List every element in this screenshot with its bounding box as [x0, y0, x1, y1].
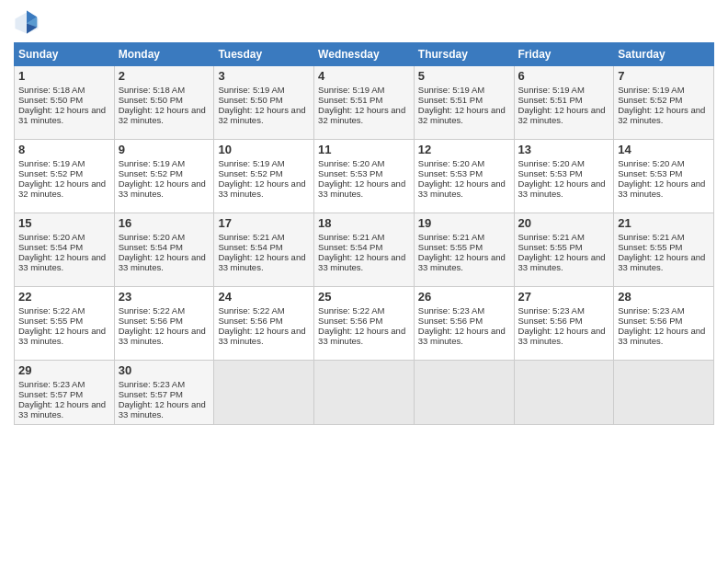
calendar-container: SundayMondayTuesdayWednesdayThursdayFrid…: [0, 0, 728, 434]
daylight-label: Daylight: 12 hours and 33 minutes.: [518, 178, 606, 199]
calendar-cell: 2Sunrise: 5:18 AMSunset: 5:50 PMDaylight…: [114, 66, 214, 140]
calendar-week-1: 1Sunrise: 5:18 AMSunset: 5:50 PMDaylight…: [15, 66, 714, 140]
day-number: 7: [618, 69, 710, 83]
day-header-sunday: Sunday: [15, 43, 115, 66]
sunrise-label: Sunrise: 5:19 AM: [418, 85, 484, 95]
day-number: 21: [618, 216, 710, 230]
sunrise-label: Sunrise: 5:22 AM: [318, 305, 384, 316]
daylight-label: Daylight: 12 hours and 32 minutes.: [618, 105, 705, 125]
sunset-label: Sunset: 5:56 PM: [119, 316, 183, 326]
day-header-monday: Monday: [114, 43, 214, 66]
daylight-label: Daylight: 12 hours and 33 minutes.: [318, 252, 405, 272]
sunrise-label: Sunrise: 5:23 AM: [418, 305, 484, 316]
day-number: 14: [618, 143, 710, 156]
calendar-cell: [614, 361, 714, 425]
daylight-label: Daylight: 12 hours and 33 minutes.: [119, 178, 206, 199]
day-number: 8: [18, 143, 110, 156]
sunset-label: Sunset: 5:50 PM: [119, 95, 183, 105]
sunrise-label: Sunrise: 5:21 AM: [518, 232, 585, 242]
sunset-label: Sunset: 5:51 PM: [318, 95, 382, 105]
calendar-cell: 10Sunrise: 5:19 AMSunset: 5:52 PMDayligh…: [214, 140, 314, 213]
sunrise-label: Sunrise: 5:20 AM: [119, 232, 185, 242]
calendar-cell: 8Sunrise: 5:19 AMSunset: 5:52 PMDaylight…: [15, 140, 115, 213]
sunrise-label: Sunrise: 5:21 AM: [318, 232, 384, 242]
calendar-cell: 21Sunrise: 5:21 AMSunset: 5:55 PMDayligh…: [614, 213, 714, 287]
calendar-cell: 4Sunrise: 5:19 AMSunset: 5:51 PMDaylight…: [314, 66, 415, 140]
sunset-label: Sunset: 5:52 PM: [119, 168, 183, 178]
sunrise-label: Sunrise: 5:19 AM: [518, 85, 585, 95]
calendar-cell: 17Sunrise: 5:21 AMSunset: 5:54 PMDayligh…: [214, 213, 314, 287]
sunrise-label: Sunrise: 5:23 AM: [618, 305, 684, 316]
daylight-label: Daylight: 12 hours and 32 minutes.: [218, 105, 305, 125]
sunset-label: Sunset: 5:54 PM: [119, 242, 183, 252]
daylight-label: Daylight: 12 hours and 33 minutes.: [518, 326, 606, 346]
daylight-label: Daylight: 12 hours and 33 minutes.: [418, 252, 506, 272]
logo-icon: [14, 9, 40, 35]
calendar-cell: [514, 361, 614, 425]
calendar-cell: 19Sunrise: 5:21 AMSunset: 5:55 PMDayligh…: [414, 213, 514, 287]
daylight-label: Daylight: 12 hours and 33 minutes.: [218, 252, 305, 272]
calendar-cell: 9Sunrise: 5:19 AMSunset: 5:52 PMDaylight…: [114, 140, 214, 213]
daylight-label: Daylight: 12 hours and 33 minutes.: [318, 178, 405, 199]
day-number: 17: [218, 216, 310, 230]
daylight-label: Daylight: 12 hours and 33 minutes.: [18, 399, 106, 419]
day-number: 20: [518, 216, 610, 230]
day-number: 2: [119, 69, 210, 83]
day-number: 29: [18, 363, 110, 377]
calendar-cell: 29Sunrise: 5:23 AMSunset: 5:57 PMDayligh…: [15, 361, 115, 425]
sunset-label: Sunset: 5:50 PM: [18, 95, 83, 105]
sunrise-label: Sunrise: 5:23 AM: [18, 379, 85, 389]
calendar-cell: 27Sunrise: 5:23 AMSunset: 5:56 PMDayligh…: [514, 287, 614, 361]
day-number: 4: [318, 69, 410, 83]
calendar-cell: 24Sunrise: 5:22 AMSunset: 5:56 PMDayligh…: [214, 287, 314, 361]
calendar-week-5: 29Sunrise: 5:23 AMSunset: 5:57 PMDayligh…: [15, 361, 714, 425]
sunrise-label: Sunrise: 5:23 AM: [518, 305, 585, 316]
sunrise-label: Sunrise: 5:18 AM: [18, 85, 85, 95]
calendar-cell: 15Sunrise: 5:20 AMSunset: 5:54 PMDayligh…: [15, 213, 115, 287]
day-number: 12: [418, 143, 510, 156]
sunset-label: Sunset: 5:55 PM: [618, 242, 682, 252]
daylight-label: Daylight: 12 hours and 32 minutes.: [318, 105, 405, 125]
calendar-cell: 5Sunrise: 5:19 AMSunset: 5:51 PMDaylight…: [414, 66, 514, 140]
sunset-label: Sunset: 5:56 PM: [418, 316, 483, 326]
day-number: 13: [518, 143, 610, 156]
sunrise-label: Sunrise: 5:21 AM: [218, 232, 284, 242]
calendar-cell: [314, 361, 415, 425]
daylight-label: Daylight: 12 hours and 33 minutes.: [18, 252, 106, 272]
daylight-label: Daylight: 12 hours and 33 minutes.: [218, 326, 305, 346]
sunset-label: Sunset: 5:51 PM: [418, 95, 483, 105]
calendar-cell: 16Sunrise: 5:20 AMSunset: 5:54 PMDayligh…: [114, 213, 214, 287]
sunrise-label: Sunrise: 5:19 AM: [18, 158, 85, 168]
daylight-label: Daylight: 12 hours and 33 minutes.: [119, 252, 206, 272]
sunrise-label: Sunrise: 5:22 AM: [218, 305, 284, 316]
sunrise-label: Sunrise: 5:21 AM: [618, 232, 684, 242]
sunset-label: Sunset: 5:51 PM: [518, 95, 583, 105]
sunrise-label: Sunrise: 5:19 AM: [618, 85, 684, 95]
day-number: 27: [518, 290, 610, 304]
sunrise-label: Sunrise: 5:18 AM: [119, 85, 185, 95]
sunset-label: Sunset: 5:55 PM: [418, 242, 483, 252]
sunset-label: Sunset: 5:52 PM: [18, 168, 83, 178]
calendar-cell: 11Sunrise: 5:20 AMSunset: 5:53 PMDayligh…: [314, 140, 415, 213]
daylight-label: Daylight: 12 hours and 33 minutes.: [418, 326, 506, 346]
sunset-label: Sunset: 5:53 PM: [618, 168, 682, 178]
calendar-cell: 26Sunrise: 5:23 AMSunset: 5:56 PMDayligh…: [414, 287, 514, 361]
day-header-wednesday: Wednesday: [314, 43, 415, 66]
header-row: SundayMondayTuesdayWednesdayThursdayFrid…: [15, 43, 714, 66]
daylight-label: Daylight: 12 hours and 33 minutes.: [18, 326, 106, 346]
calendar-week-3: 15Sunrise: 5:20 AMSunset: 5:54 PMDayligh…: [15, 213, 714, 287]
day-number: 6: [518, 69, 610, 83]
sunrise-label: Sunrise: 5:20 AM: [418, 158, 484, 168]
day-number: 3: [218, 69, 310, 83]
calendar-cell: 13Sunrise: 5:20 AMSunset: 5:53 PMDayligh…: [514, 140, 614, 213]
day-number: 28: [618, 290, 710, 304]
day-number: 25: [318, 290, 410, 304]
day-number: 24: [218, 290, 310, 304]
sunset-label: Sunset: 5:56 PM: [218, 316, 282, 326]
calendar-cell: 18Sunrise: 5:21 AMSunset: 5:54 PMDayligh…: [314, 213, 415, 287]
day-number: 16: [119, 216, 210, 230]
daylight-label: Daylight: 12 hours and 33 minutes.: [318, 326, 405, 346]
day-number: 15: [18, 216, 110, 230]
header: [14, 9, 714, 35]
calendar-cell: 6Sunrise: 5:19 AMSunset: 5:51 PMDaylight…: [514, 66, 614, 140]
